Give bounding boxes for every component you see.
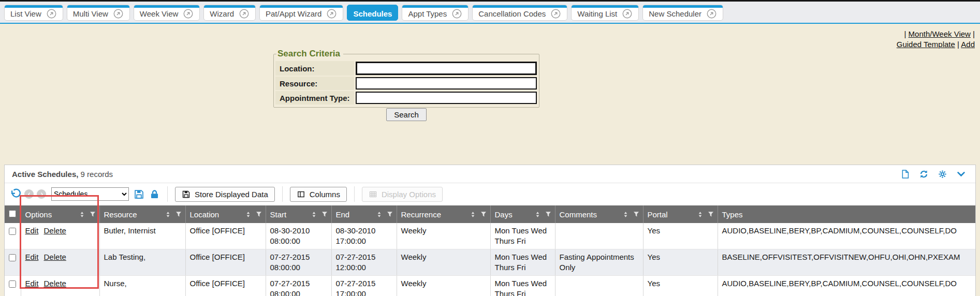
new-document-icon[interactable]	[900, 169, 910, 179]
popout-icon[interactable]	[706, 8, 717, 19]
view-links-line2: Guided Template | Add	[897, 39, 975, 50]
popout-icon[interactable]	[46, 8, 57, 19]
save-view-icon[interactable]	[134, 189, 144, 200]
search-button[interactable]: Search	[386, 108, 427, 121]
popout-icon[interactable]	[451, 8, 462, 19]
row-checkbox[interactable]	[9, 254, 16, 261]
panel-title-text: Active Schedules,	[12, 170, 78, 179]
popout-icon[interactable]	[326, 8, 337, 19]
filter-icon[interactable]	[255, 211, 262, 218]
column-header-resource[interactable]: Resource	[99, 205, 185, 223]
columns-button[interactable]: Columns	[290, 187, 347, 202]
delete-link[interactable]: Delete	[44, 279, 66, 288]
edit-link[interactable]: Edit	[25, 226, 39, 235]
sort-icon[interactable]	[469, 211, 477, 218]
resource-input[interactable]	[356, 77, 537, 90]
delete-link[interactable]: Delete	[44, 226, 66, 235]
filter-icon[interactable]	[545, 211, 552, 218]
column-header-days[interactable]: Days	[490, 205, 555, 223]
record-count: 9 records	[81, 170, 113, 179]
tab-appt-types[interactable]: Appt Types	[402, 5, 469, 21]
filter-icon[interactable]	[321, 211, 328, 218]
grid-toolbar: Schedules Store Displayed Data Columns D…	[5, 183, 975, 205]
filter-icon[interactable]	[175, 211, 182, 218]
back-icon[interactable]	[24, 189, 34, 199]
popout-icon[interactable]	[622, 8, 633, 19]
row-checkbox[interactable]	[9, 280, 16, 288]
page: { "tabs": [ { "label": "List View", "act…	[0, 0, 980, 296]
row-checkbox[interactable]	[9, 228, 16, 235]
refresh-icon[interactable]	[919, 169, 929, 179]
gear-icon[interactable]	[938, 169, 947, 179]
guided-template-link[interactable]: Guided Template	[897, 40, 955, 49]
column-header-types[interactable]: Types	[718, 205, 975, 223]
sort-icon[interactable]	[78, 211, 86, 218]
toolbar-divider	[354, 186, 355, 202]
delete-link[interactable]: Delete	[44, 253, 66, 261]
chevron-down-icon[interactable]	[956, 169, 966, 179]
grid-icon	[369, 190, 377, 199]
portal-cell: Yes	[643, 223, 718, 249]
column-header-end[interactable]: End	[331, 205, 397, 223]
schedules-table: Options Resource Location Start	[5, 205, 975, 296]
tab-wizard[interactable]: Wizard	[203, 5, 256, 21]
tab-waiting-list[interactable]: Waiting List	[571, 5, 639, 21]
filter-icon[interactable]	[480, 211, 487, 218]
location-cell: Office [OFFICE]	[185, 276, 266, 296]
store-displayed-data-button[interactable]: Store Displayed Data	[175, 187, 275, 202]
lock-icon[interactable]	[149, 189, 160, 200]
popout-icon[interactable]	[550, 8, 561, 19]
column-header-portal[interactable]: Portal	[643, 205, 718, 223]
comments-cell	[555, 223, 643, 249]
undo-icon[interactable]	[10, 188, 21, 200]
filter-icon[interactable]	[633, 211, 640, 218]
column-header-comments[interactable]: Comments	[555, 205, 643, 223]
column-header-recurrence[interactable]: Recurrence	[397, 205, 490, 223]
sort-icon[interactable]	[696, 211, 704, 218]
column-header-location[interactable]: Location	[185, 205, 266, 223]
tab-multi-view[interactable]: Multi View	[67, 5, 130, 21]
location-input[interactable]	[356, 62, 537, 75]
column-header-options[interactable]: Options	[21, 205, 99, 223]
sort-icon[interactable]	[534, 211, 542, 218]
sort-icon[interactable]	[244, 211, 252, 218]
tab-list-view[interactable]: List View	[4, 5, 63, 21]
options-cell: Edit Delete	[21, 249, 99, 276]
portal-cell: Yes	[643, 249, 718, 276]
filter-icon[interactable]	[89, 211, 96, 218]
start-cell: 08-30-2010 08:00:00	[266, 223, 331, 249]
popout-icon[interactable]	[183, 8, 194, 19]
comments-cell	[555, 276, 643, 296]
tab-schedules[interactable]: Schedules	[347, 5, 398, 21]
separator: |	[973, 29, 975, 38]
types-cell: BASELINE,OFFVISITEST,OFFVISITNEW,OHFU,OH…	[718, 249, 975, 276]
panel-header: Active Schedules, 9 records	[5, 165, 975, 183]
main-tab-bar: List View Multi View Week View Wizard Pa…	[0, 2, 980, 24]
sort-icon[interactable]	[622, 211, 630, 218]
search-criteria-legend: Search Criteria	[276, 49, 343, 59]
edit-link[interactable]: Edit	[25, 279, 39, 288]
filter-icon[interactable]	[707, 211, 714, 218]
select-all-checkbox[interactable]	[9, 210, 16, 217]
forward-icon[interactable]	[37, 189, 46, 199]
edit-link[interactable]: Edit	[25, 253, 39, 261]
appointment-type-input[interactable]	[356, 92, 537, 104]
portal-cell: Yes	[643, 276, 718, 296]
tab-pat-appt-wizard[interactable]: Pat/Appt Wizard	[259, 5, 343, 21]
sort-icon[interactable]	[375, 211, 383, 218]
popout-icon[interactable]	[239, 8, 250, 19]
filter-icon[interactable]	[386, 211, 393, 218]
tab-new-scheduler[interactable]: New Scheduler	[642, 5, 723, 21]
column-header-start[interactable]: Start	[266, 205, 331, 223]
sort-icon[interactable]	[164, 211, 172, 218]
separator: |	[957, 40, 959, 49]
popout-icon[interactable]	[113, 8, 124, 19]
tab-label: Wizard	[210, 8, 234, 18]
tab-cancellation-codes[interactable]: Cancellation Codes	[472, 5, 567, 21]
tab-week-view[interactable]: Week View	[134, 5, 200, 21]
view-select[interactable]: Schedules	[51, 187, 129, 201]
month-week-view-link[interactable]: Month/Week View	[909, 29, 971, 38]
panel-header-icons	[900, 169, 968, 179]
add-link[interactable]: Add	[961, 40, 975, 49]
sort-icon[interactable]	[310, 211, 318, 218]
